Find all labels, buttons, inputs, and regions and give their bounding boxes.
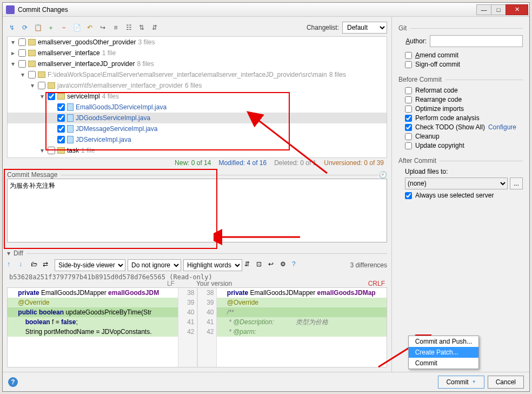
commit-message-input[interactable] (7, 179, 387, 242)
tree-checkbox[interactable] (57, 114, 65, 122)
tree-label: emallserver_interfaceJD_provider (38, 60, 135, 68)
tree-checkbox[interactable] (57, 136, 65, 143)
right-version-label: Your version (196, 280, 232, 287)
tree-checkbox[interactable] (48, 93, 55, 100)
next-diff-icon[interactable]: ↓ (19, 260, 29, 270)
main-toolbar: ↯ ⟳ 📋 ＋ − 📄 ↶ ↪ ≡ ☷ ⇅ ⇵ Changelist: Defa… (7, 21, 387, 34)
context-menu-item[interactable]: Commit (409, 358, 478, 369)
tree-row[interactable]: ▾emallserver_goodsOther_provider 3 files (8, 37, 387, 48)
maximize-button[interactable]: □ (491, 4, 506, 15)
always-server-label: Always use selected server (415, 192, 494, 199)
commit-context-menu[interactable]: Commit and Push...Create Patch...Commit (408, 336, 479, 369)
tree-checkbox[interactable] (38, 82, 45, 89)
configure-link[interactable]: Configure (488, 123, 516, 131)
tree-row[interactable]: ▾task 1 file (8, 145, 387, 156)
tree-checkbox[interactable] (28, 71, 36, 78)
refresh-icon[interactable]: ↯ (7, 23, 17, 32)
expand-icon[interactable]: ⇅ (137, 23, 147, 32)
open-icon[interactable]: 🗁 (31, 260, 41, 270)
paste-icon[interactable]: 📋 (33, 23, 43, 32)
settings-icon[interactable]: ⚙ (280, 260, 290, 270)
tree-checkbox[interactable] (57, 125, 65, 133)
upload-browse-button[interactable]: ... (510, 178, 523, 189)
expand-chevron[interactable]: ▾ (19, 71, 26, 78)
tree-checkbox[interactable] (18, 60, 26, 68)
move-icon[interactable]: ↪ (98, 23, 108, 32)
cancel-button[interactable]: Cancel (488, 376, 524, 389)
highlight-select[interactable]: Highlight words (183, 259, 242, 271)
tree-label: task (67, 147, 79, 154)
reload-icon[interactable]: ⟳ (20, 23, 30, 32)
diff-icon[interactable]: ≡ (111, 23, 121, 32)
soft-wrap-icon[interactable]: ↩ (268, 260, 278, 270)
rearrange-checkbox[interactable] (405, 96, 412, 103)
signoff-checkbox[interactable] (405, 61, 412, 68)
tree-row[interactable]: JDMessageServiceImpl.java (8, 123, 387, 134)
close-button[interactable]: ✕ (506, 4, 528, 15)
folder-icon (57, 147, 65, 154)
changes-tree[interactable]: ▾emallserver_goodsOther_provider 3 files… (7, 36, 387, 158)
tree-label: serviceImpl (67, 93, 100, 100)
tree-meta: 8 files (329, 71, 346, 78)
prev-diff-icon[interactable]: ↑ (7, 260, 17, 270)
java-file-icon (67, 125, 74, 133)
tree-row[interactable]: EmallGoodsJDServiceImpl.java (8, 102, 387, 113)
analysis-label: Perform code analysis (415, 114, 480, 122)
window-title: Commit Changes (18, 6, 477, 14)
expand-chevron[interactable]: ▾ (39, 147, 45, 154)
remove-icon[interactable]: − (59, 23, 69, 32)
viewer-select[interactable]: Side-by-side viewer (55, 259, 125, 271)
analysis-checkbox[interactable] (405, 115, 412, 122)
tree-row[interactable]: ▾emallserver_interfaceJD_provider 8 file… (8, 58, 387, 69)
commit-button[interactable]: Commit▼ (438, 376, 484, 389)
tree-row[interactable]: ▸emallserver_interface 1 file (8, 48, 387, 58)
reformat-checkbox[interactable] (405, 87, 412, 94)
author-input[interactable] (430, 35, 523, 47)
upload-select[interactable]: (none) (405, 178, 508, 189)
minimize-button[interactable]: — (476, 4, 491, 15)
sync-scroll-icon[interactable]: ⇵ (244, 260, 254, 270)
tree-row[interactable]: ▾serviceImpl 4 files (8, 91, 387, 102)
tree-row[interactable]: ▾F:\ideaWorkSpace\EmallServer\emallserve… (8, 69, 387, 80)
rearrange-label: Rearrange code (415, 96, 462, 103)
ignore-select[interactable]: Do not ignore (128, 259, 181, 271)
app-icon (6, 5, 15, 14)
optimize-checkbox[interactable] (405, 106, 412, 113)
expand-chevron[interactable]: ▾ (29, 82, 36, 89)
collapse-icon[interactable]: ⇵ (150, 23, 159, 32)
always-server-checkbox[interactable] (405, 192, 412, 199)
context-menu-item[interactable]: Create Patch... (409, 347, 478, 358)
author-label: Author: (398, 37, 427, 45)
expand-chevron[interactable]: ▾ (10, 60, 16, 68)
tree-checkbox[interactable] (48, 147, 55, 154)
amend-checkbox[interactable] (405, 52, 412, 59)
help-button[interactable]: ? (8, 377, 18, 387)
tree-checkbox[interactable] (18, 49, 26, 57)
history-icon[interactable]: 🕘 (378, 171, 387, 179)
revert-icon[interactable]: ↶ (85, 23, 95, 32)
cleanup-checkbox[interactable] (405, 133, 412, 140)
commit-dropdown-icon[interactable]: ▼ (472, 379, 476, 384)
tree-row[interactable]: JDGoodsServiceImpl.java (8, 113, 387, 123)
expand-chevron[interactable]: ▾ (10, 38, 16, 46)
new-changelist-icon[interactable]: ☷ (124, 23, 134, 32)
tree-row[interactable]: JDServiceImpl.java (8, 134, 387, 145)
context-menu-item[interactable]: Commit and Push... (409, 336, 478, 347)
add-icon[interactable]: ＋ (46, 23, 56, 32)
diff-viewer[interactable]: private EmallGoodsJDMapper emallGoodsJDM… (7, 287, 387, 367)
expand-chevron[interactable]: ▾ (39, 93, 45, 100)
expand-chevron[interactable]: ▸ (10, 49, 16, 57)
whitespace-icon[interactable]: ⊡ (256, 260, 266, 270)
diff-toggle[interactable]: ▾ (7, 249, 14, 257)
tree-label: EmallGoodsJDServiceImpl.java (76, 103, 167, 111)
todo-checkbox[interactable] (405, 124, 412, 131)
compare-icon[interactable]: ⇄ (43, 260, 52, 270)
tree-row[interactable]: ▾java\com\tfs\emallserver_interface_prov… (8, 80, 387, 91)
java-file-icon (67, 103, 74, 111)
copy-rev-icon[interactable]: 📄 (72, 23, 82, 32)
tree-checkbox[interactable] (57, 103, 65, 111)
tree-checkbox[interactable] (18, 38, 26, 46)
help-icon[interactable]: ? (292, 260, 302, 270)
copyright-checkbox[interactable] (405, 142, 412, 149)
changelist-select[interactable]: Default (342, 22, 387, 34)
